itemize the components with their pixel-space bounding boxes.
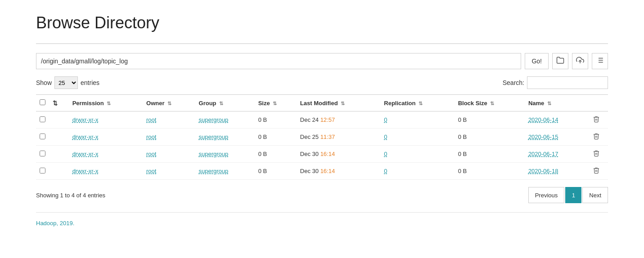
trash-icon-0: [593, 116, 600, 123]
row-block-size: 0 B: [455, 129, 525, 146]
group-header[interactable]: Group ⇅: [195, 95, 255, 111]
row-permission: drwxr-xr-x: [69, 129, 143, 146]
owner-link-3[interactable]: root: [146, 168, 156, 174]
row-group: supergroup: [195, 146, 255, 163]
page-title: Browse Directory: [36, 13, 608, 32]
row-permission: drwxr-xr-x: [69, 146, 143, 163]
next-button[interactable]: Next: [582, 187, 608, 203]
bottom-divider: [36, 212, 608, 213]
previous-button[interactable]: Previous: [528, 187, 565, 203]
time-highlight: 12:57: [320, 116, 335, 123]
name-link-3[interactable]: 2020-06-18: [528, 168, 558, 174]
name-link-2[interactable]: 2020-06-17: [528, 151, 558, 157]
name-header[interactable]: Name ⇅: [525, 95, 585, 111]
row-checkbox-0[interactable]: [40, 116, 45, 122]
block-size-header[interactable]: Block Size ⇅: [455, 95, 525, 111]
search-input[interactable]: [527, 76, 608, 89]
row-name: 2020-06-17: [525, 146, 585, 163]
row-checkbox-cell[interactable]: [36, 146, 49, 163]
footer: Hadoop, 2019.: [36, 220, 608, 227]
row-last-modified: Dec 24 12:57: [297, 111, 381, 129]
delete-cell-0[interactable]: [585, 111, 608, 129]
permission-link-0[interactable]: drwxr-xr-x: [72, 116, 99, 123]
page-1-button[interactable]: 1: [565, 187, 581, 203]
permission-sort-icon: ⇅: [107, 101, 111, 107]
row-replication: 0: [380, 111, 454, 129]
delete-cell-1[interactable]: [585, 129, 608, 146]
folder-icon-button[interactable]: [552, 53, 568, 69]
row-index-cell: [49, 129, 69, 146]
sort-arrows-icon: ⇅: [53, 100, 58, 107]
row-checkbox-2[interactable]: [40, 151, 45, 156]
owner-link-2[interactable]: root: [146, 151, 156, 157]
entries-select[interactable]: 10 25 50 100: [54, 76, 78, 89]
row-replication: 0: [380, 163, 454, 180]
row-name: 2020-06-18: [525, 163, 585, 180]
group-link-3[interactable]: supergroup: [199, 168, 229, 174]
name-link-1[interactable]: 2020-06-15: [528, 133, 558, 140]
row-name: 2020-06-15: [525, 129, 585, 146]
owner-link-0[interactable]: root: [146, 116, 156, 123]
show-entries: Show 10 25 50 100 entries: [36, 76, 99, 89]
replication-link-1[interactable]: 0: [384, 133, 387, 140]
table-row: drwxr-xr-x root supergroup 0 B Dec 25 11…: [36, 129, 608, 146]
delete-cell-2[interactable]: [585, 146, 608, 163]
name-sort-icon: ⇅: [547, 101, 551, 107]
bottom-row: Showing 1 to 4 of 4 entries Previous 1 N…: [36, 187, 608, 203]
actions-header: [585, 95, 608, 111]
row-last-modified: Dec 30 16:14: [297, 146, 381, 163]
table-row: drwxr-xr-x root supergroup 0 B Dec 30 16…: [36, 146, 608, 163]
time-highlight: 16:14: [320, 151, 335, 157]
row-permission: drwxr-xr-x: [69, 163, 143, 180]
owner-header[interactable]: Owner ⇅: [143, 95, 195, 111]
showing-text: Showing 1 to 4 of 4 entries: [36, 192, 105, 199]
row-index-cell: [49, 163, 69, 180]
select-all-checkbox[interactable]: [40, 99, 45, 105]
row-group: supergroup: [195, 163, 255, 180]
permission-link-1[interactable]: drwxr-xr-x: [72, 133, 99, 140]
folder-icon: [556, 56, 564, 66]
last-modified-header[interactable]: Last Modified ⇅: [297, 95, 381, 111]
group-link-0[interactable]: supergroup: [199, 116, 229, 123]
replication-link-0[interactable]: 0: [384, 116, 387, 123]
group-link-2[interactable]: supergroup: [199, 151, 229, 157]
row-replication: 0: [380, 129, 454, 146]
row-block-size: 0 B: [455, 163, 525, 180]
last-modified-sort-icon: ⇅: [341, 101, 345, 107]
table-header-row: ⇅ Permission ⇅ Owner ⇅ Group ⇅ Size ⇅: [36, 95, 608, 111]
replication-link-3[interactable]: 0: [384, 168, 387, 174]
path-input[interactable]: [36, 53, 521, 69]
row-size: 0 B: [255, 163, 297, 180]
replication-link-2[interactable]: 0: [384, 151, 387, 157]
go-button[interactable]: Go!: [525, 53, 549, 69]
permission-link-2[interactable]: drwxr-xr-x: [72, 151, 99, 157]
row-owner: root: [143, 111, 195, 129]
row-checkbox-cell[interactable]: [36, 163, 49, 180]
row-last-modified: Dec 25 11:37: [297, 129, 381, 146]
search-label: Search:: [503, 79, 524, 86]
size-header[interactable]: Size ⇅: [255, 95, 297, 111]
table-row: drwxr-xr-x root supergroup 0 B Dec 24 12…: [36, 111, 608, 129]
select-all-header[interactable]: [36, 95, 49, 111]
permission-header[interactable]: Permission ⇅: [69, 95, 143, 111]
list-icon: [596, 56, 604, 66]
group-link-1[interactable]: supergroup: [199, 133, 229, 140]
row-last-modified: Dec 30 16:14: [297, 163, 381, 180]
list-icon-button[interactable]: [592, 53, 608, 69]
delete-cell-3[interactable]: [585, 163, 608, 180]
replication-sort-icon: ⇅: [419, 101, 423, 107]
row-checkbox-cell[interactable]: [36, 111, 49, 129]
row-index-cell: [49, 111, 69, 129]
replication-header[interactable]: Replication ⇅: [380, 95, 454, 111]
permission-link-3[interactable]: drwxr-xr-x: [72, 168, 99, 174]
sort-icon-header[interactable]: ⇅: [49, 95, 69, 111]
row-name: 2020-06-14: [525, 111, 585, 129]
row-checkbox-3[interactable]: [40, 168, 45, 173]
trash-icon-3: [593, 167, 600, 174]
name-link-0[interactable]: 2020-06-14: [528, 116, 558, 123]
row-checkbox-cell[interactable]: [36, 129, 49, 146]
owner-link-1[interactable]: root: [146, 133, 156, 140]
row-checkbox-1[interactable]: [40, 133, 45, 139]
upload-icon-button[interactable]: [572, 53, 588, 69]
row-block-size: 0 B: [455, 146, 525, 163]
